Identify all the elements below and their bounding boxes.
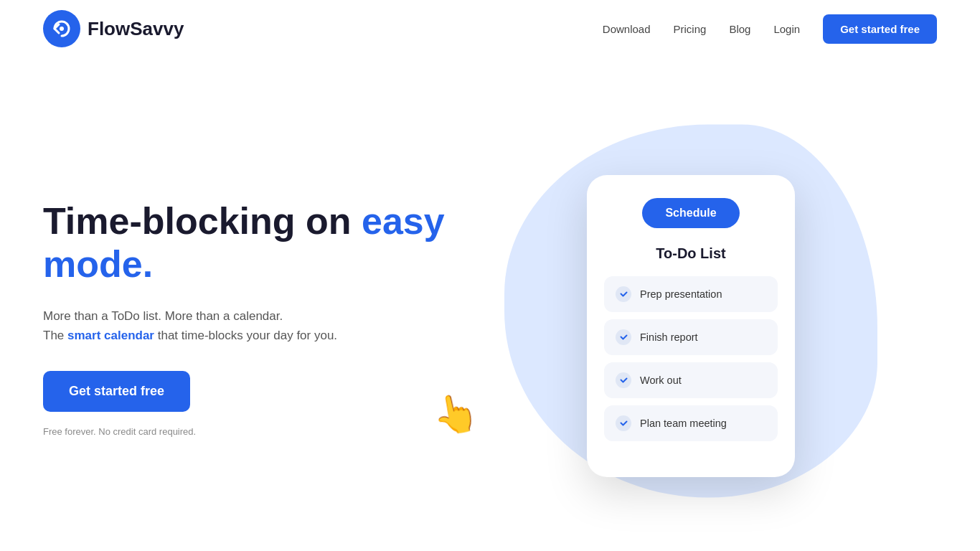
check-icon-2 bbox=[619, 332, 628, 342]
hero-sub-pre-link: The bbox=[43, 329, 67, 342]
nav-cta-button[interactable]: Get started free bbox=[823, 14, 937, 44]
todo-label-3: Work out bbox=[640, 375, 682, 386]
todo-label-2: Finish report bbox=[640, 331, 698, 343]
hero-sub-line1: More than a ToDo list. More than a calen… bbox=[43, 309, 283, 323]
todo-check-4 bbox=[616, 415, 631, 431]
check-icon-3 bbox=[619, 375, 628, 385]
nav-link-login[interactable]: Login bbox=[773, 23, 800, 35]
todo-item-2: Finish report bbox=[604, 319, 778, 355]
hero-sub-post-link: that time-blocks your day for you. bbox=[154, 329, 337, 342]
todo-list-title: To-Do List bbox=[604, 245, 778, 262]
hero-sub-link[interactable]: smart calendar bbox=[67, 329, 154, 342]
nav-link-blog[interactable]: Blog bbox=[729, 23, 750, 35]
hero-section: Time-blocking on easy mode. More than a … bbox=[0, 57, 980, 551]
phone-mockup: Schedule To-Do List Prep presentation Fi… bbox=[587, 175, 795, 477]
todo-item-3: Work out bbox=[604, 362, 778, 398]
todo-label-4: Plan team meeting bbox=[640, 418, 727, 429]
check-icon-1 bbox=[619, 289, 628, 298]
nav-links: Download Pricing Blog Login Get started … bbox=[603, 14, 937, 44]
check-icon-4 bbox=[619, 418, 628, 428]
logo[interactable]: FlowSavvy bbox=[43, 10, 184, 47]
headline-part1: Time-blocking on bbox=[43, 200, 362, 242]
navbar: FlowSavvy Download Pricing Blog Login Ge… bbox=[0, 0, 980, 57]
hero-headline: Time-blocking on easy mode. bbox=[43, 200, 445, 286]
todo-item-1: Prep presentation bbox=[604, 276, 778, 312]
todo-label-1: Prep presentation bbox=[640, 288, 722, 300]
hero-cta-button[interactable]: Get started free bbox=[43, 371, 190, 412]
hero-sub-note: Free forever. No credit card required. bbox=[43, 426, 445, 437]
hero-left: Time-blocking on easy mode. More than a … bbox=[43, 200, 445, 437]
todo-check-1 bbox=[616, 286, 631, 302]
svg-point-1 bbox=[60, 27, 64, 31]
todo-check-3 bbox=[616, 372, 631, 388]
logo-text: FlowSavvy bbox=[88, 18, 184, 40]
nav-link-pricing[interactable]: Pricing bbox=[674, 23, 707, 35]
hero-right: 👆 Schedule To-Do List Prep presentation bbox=[445, 86, 937, 551]
hero-subtext: More than a ToDo list. More than a calen… bbox=[43, 306, 445, 345]
schedule-button[interactable]: Schedule bbox=[642, 198, 739, 228]
todo-item-4: Plan team meeting bbox=[604, 405, 778, 441]
nav-link-download[interactable]: Download bbox=[603, 23, 651, 35]
logo-icon bbox=[43, 10, 80, 47]
todo-check-2 bbox=[616, 329, 631, 345]
